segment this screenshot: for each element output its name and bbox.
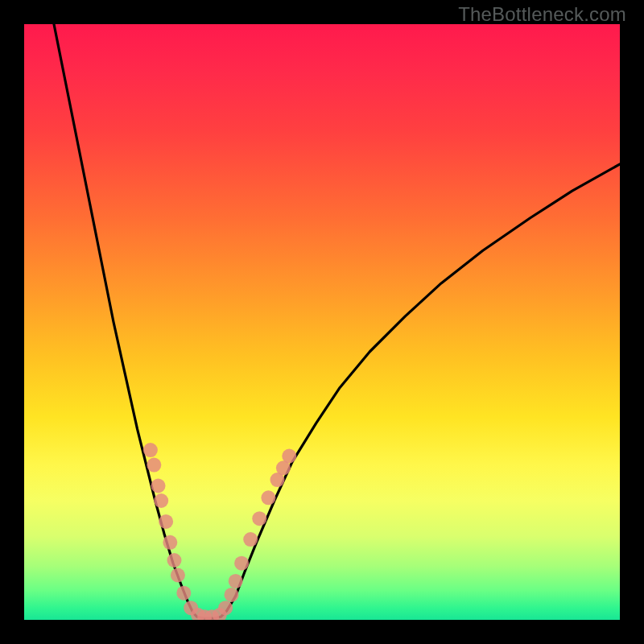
highlight-dot	[171, 568, 185, 583]
highlight-dot	[261, 490, 275, 505]
highlight-dot	[243, 532, 258, 547]
highlight-dot	[159, 514, 173, 529]
highlight-dot	[143, 443, 158, 457]
highlight-dot	[282, 449, 296, 464]
highlight-dot	[229, 574, 243, 588]
highlight-dot	[176, 586, 191, 601]
highlight-dot	[218, 601, 233, 615]
plot-area	[24, 24, 620, 620]
highlight-dot	[151, 479, 166, 493]
highlight-dot	[225, 588, 239, 602]
outer-frame: TheBottleneck.com	[0, 0, 644, 644]
highlight-dot	[147, 458, 161, 473]
highlight-dot	[154, 493, 168, 508]
attribution-label: TheBottleneck.com	[458, 3, 626, 26]
highlight-dot	[163, 535, 177, 550]
bottleneck-curve	[54, 24, 620, 618]
highlight-dot	[252, 511, 266, 526]
highlight-dot	[167, 553, 181, 568]
chart-svg	[24, 24, 620, 620]
highlight-dot	[234, 556, 249, 571]
